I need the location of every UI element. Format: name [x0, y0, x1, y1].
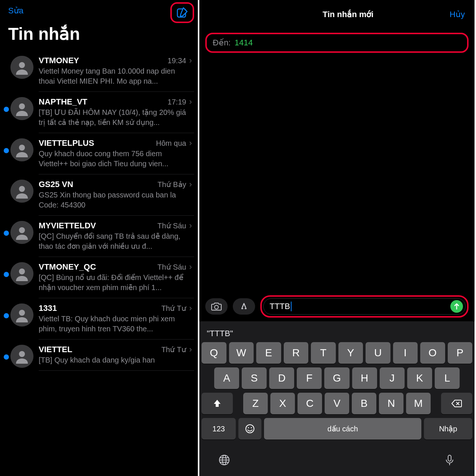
- conversation-row[interactable]: MYVIETTELDVThứ Sáu›[QC] Chuyển đổi sang …: [0, 216, 198, 257]
- sender-name: VTMONEY: [39, 56, 79, 65]
- conversation-row[interactable]: VTMONEY_QCThứ Sáu›[QC] Bùng nổ ưu đãi: Đ…: [0, 257, 198, 298]
- keyboard-key-l[interactable]: L: [435, 367, 460, 389]
- timestamp: Thứ Tư: [161, 304, 186, 313]
- edit-button[interactable]: Sửa: [8, 6, 23, 16]
- keyboard-key-123[interactable]: 123: [202, 418, 236, 440]
- sender-name: 1331: [39, 303, 57, 313]
- message-input[interactable]: TTTB: [263, 298, 466, 315]
- timestamp: Thứ Sáu: [157, 263, 186, 271]
- svg-point-9: [215, 305, 218, 309]
- keyboard-key-v[interactable]: V: [325, 393, 349, 414]
- keyboard-key-r[interactable]: R: [284, 342, 309, 364]
- chevron-right-icon: ›: [189, 345, 192, 354]
- camera-button[interactable]: [205, 298, 228, 315]
- svg-point-3: [19, 145, 25, 151]
- keyboard-key-space[interactable]: dấu cách: [264, 418, 421, 440]
- send-button[interactable]: [450, 300, 463, 313]
- keyboard-key-a[interactable]: A: [214, 367, 239, 389]
- cancel-button[interactable]: Hủy: [450, 10, 465, 19]
- keyboard-key-k[interactable]: K: [407, 367, 432, 389]
- keyboard-key-j[interactable]: J: [380, 367, 405, 389]
- message-input-text: TTTB: [270, 302, 290, 311]
- keyboard-key-t[interactable]: T: [311, 342, 336, 364]
- message-preview: [TB] ƯU ĐÃI HÔM NAY (10/4), tặng 20% giá…: [39, 107, 192, 128]
- avatar: [10, 56, 33, 79]
- svg-point-8: [19, 351, 25, 357]
- keyboard-key-delete[interactable]: [441, 393, 472, 414]
- conversation-row[interactable]: GS25 VNThứ Bảy›GS25 Xin thong bao passwo…: [0, 174, 198, 216]
- chevron-right-icon: ›: [189, 221, 192, 231]
- keyboard-key-y[interactable]: Y: [338, 342, 363, 364]
- messages-list-pane: Sửa Tin nhắn VTMONEY19:34›Viettel Money …: [0, 0, 199, 476]
- keyboard-key-e[interactable]: E: [256, 342, 281, 364]
- keyboard-key-g[interactable]: G: [324, 367, 349, 389]
- timestamp: Thứ Bảy: [157, 180, 186, 189]
- keyboard-key-d[interactable]: D: [269, 367, 294, 389]
- keyboard-key-q[interactable]: Q: [202, 342, 226, 364]
- svg-point-1: [19, 62, 25, 68]
- keyboard-key-n[interactable]: N: [379, 393, 403, 414]
- keyboard-key-f[interactable]: F: [297, 367, 322, 389]
- timestamp: 19:34: [168, 57, 186, 65]
- svg-point-5: [19, 227, 25, 233]
- avatar: [10, 303, 33, 327]
- keyboard-key-u[interactable]: U: [366, 342, 390, 364]
- sender-name: NAPTHE_VT: [39, 97, 87, 107]
- keyboard-key-p[interactable]: P: [448, 342, 473, 364]
- conversation-row[interactable]: VIETTELPLUSHôm qua›Quy khach duoc cong t…: [0, 133, 198, 174]
- keyboard: "TTTB" QWERTYUIOP ASDFGHJKL ZXCVBNM 123 …: [199, 321, 475, 476]
- unread-dot: [4, 148, 9, 153]
- sender-name: VTMONEY_QC: [39, 262, 96, 272]
- dictation-icon[interactable]: [443, 454, 456, 468]
- svg-point-12: [251, 427, 252, 428]
- timestamp: Thứ Sáu: [157, 221, 186, 230]
- keyboard-key-s[interactable]: S: [242, 367, 267, 389]
- message-preview: GS25 Xin thong bao password cua ban la C…: [39, 190, 192, 210]
- conversation-row[interactable]: 1331Thứ Tư›Viettel TB: Quy khach duoc mi…: [0, 298, 198, 340]
- keyboard-key-x[interactable]: X: [270, 393, 295, 414]
- message-preview: Quy khach duoc cong them 756 diem Viette…: [39, 149, 192, 169]
- keyboard-key-m[interactable]: M: [406, 393, 431, 414]
- keyboard-key-b[interactable]: B: [352, 393, 376, 414]
- keyboard-key-o[interactable]: O: [420, 342, 445, 364]
- message-preview: [QC] Bùng nổ ưu đãi: Đổi điểm Viettel++ …: [39, 273, 192, 293]
- keyboard-key-i[interactable]: I: [393, 342, 418, 364]
- page-title: Tin nhắn: [0, 18, 198, 51]
- chevron-right-icon: ›: [189, 262, 192, 272]
- avatar: [10, 345, 33, 368]
- message-preview: [TB] Quy khach da dang ky/gia han: [39, 355, 192, 365]
- keyboard-key-shift[interactable]: [202, 393, 233, 414]
- keyboard-key-emoji[interactable]: [238, 418, 261, 440]
- svg-point-11: [248, 427, 249, 428]
- svg-point-10: [246, 425, 254, 433]
- avatar: [10, 138, 33, 161]
- sender-name: VIETTELPLUS: [39, 138, 94, 148]
- conversation-row[interactable]: VIETTELThứ Tư›[TB] Quy khach da dang ky/…: [0, 340, 198, 371]
- app-store-button[interactable]: [233, 298, 255, 315]
- message-preview: [QC] Chuyển đổi sang TB trả sau dễ dàng,…: [39, 231, 192, 251]
- unread-dot: [4, 272, 9, 277]
- chevron-right-icon: ›: [189, 97, 192, 107]
- chevron-right-icon: ›: [189, 56, 192, 65]
- keyboard-key-h[interactable]: H: [352, 367, 377, 389]
- compose-highlight: [170, 2, 194, 23]
- conversation-row[interactable]: VTMONEY19:34›Viettel Money tang Ban 10.0…: [0, 51, 198, 92]
- globe-icon[interactable]: [218, 454, 231, 468]
- avatar: [10, 97, 33, 120]
- conversation-row[interactable]: NAPTHE_VT17:19›[TB] ƯU ĐÃI HÔM NAY (10/4…: [0, 92, 198, 133]
- to-field[interactable]: 1414: [235, 38, 253, 47]
- avatar: [10, 180, 33, 203]
- keyboard-key-w[interactable]: W: [229, 342, 254, 364]
- sender-name: MYVIETTELDV: [39, 221, 96, 231]
- chevron-right-icon: ›: [189, 138, 192, 148]
- chevron-right-icon: ›: [189, 303, 192, 313]
- compose-button[interactable]: [176, 6, 189, 19]
- keyboard-key-c[interactable]: C: [298, 393, 322, 414]
- keyboard-key-z[interactable]: Z: [243, 393, 268, 414]
- keyboard-suggestion[interactable]: "TTTB": [202, 324, 472, 342]
- keyboard-key-return[interactable]: Nhập: [424, 418, 472, 440]
- avatar: [10, 221, 33, 244]
- svg-point-4: [19, 186, 25, 192]
- sender-name: VIETTEL: [39, 345, 72, 354]
- conversation-list: VTMONEY19:34›Viettel Money tang Ban 10.0…: [0, 51, 198, 371]
